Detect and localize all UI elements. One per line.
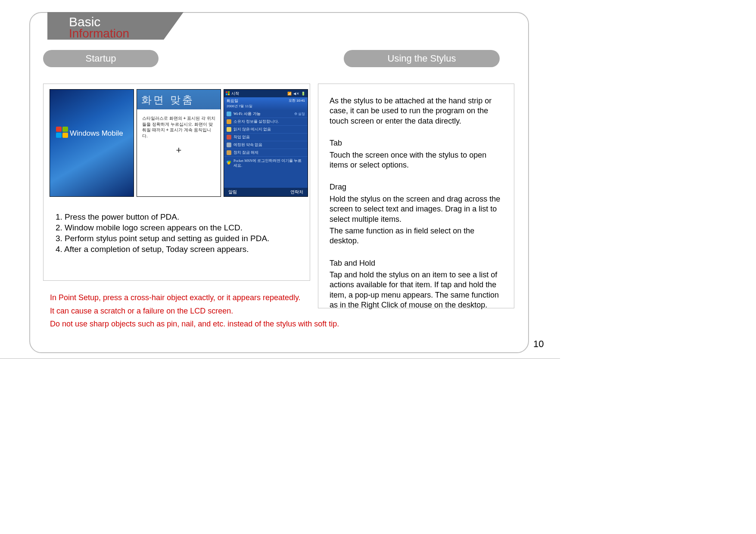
today-row: 읽지 않은 메시지 없음: [224, 126, 308, 134]
today-msn-row: Pocket MSN에 로그인하려면 여기를 누르세요.: [224, 157, 308, 169]
gear-icon: ⚙: [294, 112, 297, 116]
startup-steps: 1. Press the power button of PDA. 2. Win…: [56, 211, 297, 255]
bottom-rule: [0, 358, 560, 359]
status-icons: 📶 ◀✕ 🔋: [287, 92, 306, 96]
stylus-tab-body: Touch the screen once with the stylus to…: [330, 150, 504, 171]
step-3: 3. Perform stylus point setup and settin…: [56, 233, 297, 244]
row-right: ⚙설정: [294, 112, 305, 116]
stylus-drag-body-2: The same function as in field select on …: [330, 226, 504, 246]
svg-point-2: [227, 162, 230, 165]
today-topbar: 시작 📶 ◀✕ 🔋: [224, 90, 308, 97]
row-text: Wi-Fi: 사용 가능: [233, 112, 261, 117]
stylus-panel: As the stylus to be attached at the hand…: [318, 84, 514, 308]
warnings-block: In Point Setup, press a cross-hair objec…: [50, 291, 507, 331]
screenshot-align-screen: 화면 맞춤 스타일러스로 화면의 + 표시된 각 위치들을 정확하게 누르십시오…: [137, 89, 221, 197]
page-number: 10: [533, 338, 544, 350]
today-row: 예정된 약속 없음: [224, 141, 308, 149]
screenshot-windows-mobile-boot: Windows Mobile: [50, 89, 134, 197]
stylus-tab-title: Tab: [330, 138, 504, 148]
today-row: 작업 없음: [224, 134, 308, 141]
warning-2: It can cause a scratch or a failure on t…: [50, 304, 507, 318]
row-right-text: 설정: [298, 112, 305, 116]
windows-mobile-label: Windows Mobile: [70, 129, 123, 138]
row-text: 장치 잠금 해제: [233, 150, 258, 155]
startup-heading-pill: Startup: [43, 50, 159, 67]
screenshot-today-screen: 시작 📶 ◀✕ 🔋 화요일 2006년 7월 11일 오전 10:41 Wi-F…: [224, 89, 308, 197]
msn-icon: [227, 158, 231, 163]
startup-panel: Windows Mobile 화면 맞춤 스타일러스로 화면의 + 표시된 각 …: [43, 84, 310, 281]
stylus-drag-title: Drag: [330, 182, 504, 192]
today-row: 소유자 정보를 설정합니다.: [224, 118, 308, 126]
crosshair-icon: +: [142, 144, 215, 157]
row-text: 읽지 않은 메시지 없음: [233, 127, 271, 132]
today-time: 오전 10:41: [289, 98, 305, 103]
msn-text: Pocket MSN에 로그인하려면 여기를 누르세요.: [233, 158, 305, 168]
align-screen-instruction: 스타일러스로 화면의 + 표시된 각 위치들을 정확하게 누르십시오. 화면이 …: [142, 115, 215, 139]
stylus-heading-pill: Using the Stylus: [344, 50, 500, 67]
stylus-intro: As the stylus to be attached at the hand…: [330, 96, 504, 126]
stylus-hold-title: Tab and Hold: [330, 258, 504, 268]
stylus-drag-body-1: Hold the stylus on the screen and drag a…: [330, 194, 504, 224]
today-date-bar: 화요일 2006년 7월 11일 오전 10:41: [224, 97, 308, 110]
today-rows: Wi-Fi: 사용 가능⚙설정소유자 정보를 설정합니다.읽지 않은 메시지 없…: [224, 110, 308, 157]
section-title-line2: Information: [69, 27, 146, 40]
row-icon: [227, 143, 231, 147]
step-1: 1. Press the power button of PDA.: [56, 211, 297, 222]
row-text: 작업 없음: [233, 135, 250, 140]
softkey-right: 연락처: [290, 189, 303, 195]
row-icon: [227, 112, 231, 116]
today-date: 2006년 7월 11일: [227, 104, 305, 109]
align-screen-title: 화면 맞춤: [137, 90, 221, 109]
warning-3: Do not use sharp objects such as pin, na…: [50, 317, 507, 331]
section-title-slant: [164, 12, 184, 40]
step-4: 4. After a completion of setup, Today sc…: [56, 244, 297, 255]
row-icon: [227, 135, 231, 140]
today-softkey-bar: 알림 연락처: [224, 188, 308, 196]
warning-1: In Point Setup, press a cross-hair objec…: [50, 291, 507, 304]
screenshot-row: Windows Mobile 화면 맞춤 스타일러스로 화면의 + 표시된 각 …: [50, 89, 308, 197]
today-row: Wi-Fi: 사용 가능⚙설정: [224, 110, 308, 118]
start-label: 시작: [231, 91, 239, 96]
row-text: 소유자 정보를 설정합니다.: [233, 119, 279, 124]
row-icon: [227, 119, 231, 124]
row-icon: [227, 150, 231, 155]
today-row: 장치 잠금 해제: [224, 149, 308, 157]
step-2: 2. Window mobile logo screen appears on …: [56, 222, 297, 233]
row-text: 예정된 약속 없음: [233, 143, 262, 148]
softkey-left: 알림: [228, 189, 237, 195]
section-title-tab: Basic Information: [47, 12, 164, 40]
start-flag-icon: [226, 91, 230, 96]
row-icon: [227, 127, 231, 132]
windows-logo-icon: [56, 127, 69, 139]
